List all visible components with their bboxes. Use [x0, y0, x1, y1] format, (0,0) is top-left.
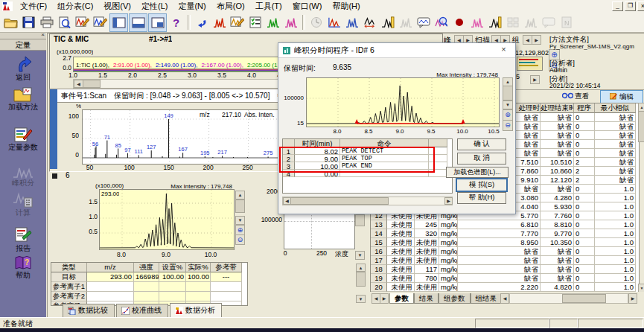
- menu-tools[interactable]: 工具(T): [250, 0, 287, 13]
- results-cell[interactable]: 缺省: [541, 274, 574, 283]
- grid-gray-icon[interactable]: [504, 14, 521, 31]
- menu-view[interactable]: 视图(V): [98, 0, 136, 13]
- hscroll-left-icon[interactable]: ◀: [500, 293, 509, 304]
- results-cell[interactable]: 0: [574, 265, 595, 274]
- results-cell[interactable]: mg/kg: [439, 283, 458, 292]
- ion-cell[interactable]: 目标: [51, 272, 87, 282]
- tab-params[interactable]: 参数: [389, 293, 414, 304]
- results-cell[interactable]: mg/kg: [439, 265, 458, 274]
- yellow-ruler-icon[interactable]: [486, 14, 503, 31]
- compare-peaks-icon[interactable]: [343, 14, 360, 31]
- results-cell[interactable]: 117: [415, 265, 439, 274]
- results-col-header[interactable]: 最小相似: [595, 103, 636, 113]
- minimize-button[interactable]: _: [612, 1, 623, 11]
- sidebar-grip[interactable]: ×: [0, 33, 46, 39]
- dialog-time-cell[interactable]: 8.02: [295, 147, 340, 155]
- ion-cell[interactable]: 100.00: [186, 272, 211, 282]
- results-cell[interactable]: 缺省: [541, 247, 574, 256]
- search-spectrum-icon[interactable]: [433, 14, 450, 31]
- sidebar-item-back[interactable]: 返回: [0, 55, 46, 81]
- results-cell[interactable]: 17: [371, 256, 387, 265]
- ion-col-header[interactable]: 类型: [51, 263, 87, 272]
- results-cell[interactable]: 未使用: [387, 220, 415, 229]
- dialog-extra-cell[interactable]: [429, 147, 447, 155]
- results-cell[interactable]: 1.0: [595, 202, 636, 211]
- results-cell[interactable]: 未使用: [387, 256, 415, 265]
- results-cell[interactable]: 7.760: [541, 211, 574, 220]
- results-cell[interactable]: 780: [415, 274, 439, 283]
- results-cell[interactable]: 0: [574, 229, 595, 238]
- dialog-col-header[interactable]: [429, 139, 447, 147]
- results-cell[interactable]: mg/kg: [439, 238, 458, 247]
- ion-col-header[interactable]: 实际%: [186, 263, 211, 272]
- results-cell[interactable]: 10.350: [541, 238, 574, 247]
- ion-cell[interactable]: 参考离子1: [51, 282, 87, 292]
- chromatogram-red-icon[interactable]: [211, 14, 228, 31]
- results-cell[interactable]: 0: [574, 247, 595, 256]
- batch-clock-icon[interactable]: [307, 14, 325, 31]
- layout-float-icon[interactable]: [148, 13, 167, 32]
- list-scrollbar[interactable]: ▲ ▼: [356, 264, 365, 302]
- dialog-col-header[interactable]: 命令: [340, 139, 429, 147]
- results-cell[interactable]: 0: [574, 256, 595, 265]
- sidebar-item-peak-integration[interactable]: 峰积分: [0, 165, 46, 187]
- dialog-command-cell[interactable]: PEAK END: [340, 162, 429, 170]
- results-cell[interactable]: 缺省: [595, 176, 636, 185]
- results-cell[interactable]: 未使用: [415, 247, 439, 256]
- scroll-down-icon[interactable]: ▼: [355, 251, 365, 260]
- ion-cell[interactable]: [159, 292, 186, 301]
- results-cell[interactable]: 15: [371, 238, 387, 247]
- results-cell[interactable]: 0: [574, 220, 595, 229]
- scroll-down-icon[interactable]: ▼: [503, 100, 513, 109]
- results-cell[interactable]: mg/kg: [439, 256, 458, 265]
- disabled-peaks-icon[interactable]: [397, 14, 414, 31]
- results-cell[interactable]: 12.120: [541, 176, 574, 185]
- results-cell[interactable]: 5.930: [541, 202, 574, 211]
- results-cell[interactable]: 6.810: [458, 220, 541, 229]
- peak-arrows-icon[interactable]: [361, 14, 378, 31]
- peak-scrollbar[interactable]: ▲ ▼ ⊕ ⊖: [235, 191, 245, 249]
- results-cell[interactable]: 缺省: [541, 256, 574, 265]
- ion-cell[interactable]: [186, 282, 211, 292]
- results-cell[interactable]: 0: [574, 113, 595, 122]
- dialog-time-cell[interactable]: 0.00: [295, 170, 340, 177]
- ion-cell[interactable]: ---: [211, 272, 242, 282]
- cancel-button[interactable]: 取 消: [457, 153, 506, 165]
- results-cell[interactable]: 20: [371, 283, 387, 292]
- results-cell[interactable]: 缺省: [541, 140, 574, 149]
- results-cell[interactable]: 0: [574, 274, 595, 283]
- tab-group-results[interactable]: 组结果: [471, 293, 503, 304]
- confirm-button[interactable]: 确 认: [457, 138, 506, 150]
- results-cell[interactable]: 1.0: [595, 247, 636, 256]
- dialog-row-number[interactable]: 4: [283, 170, 295, 177]
- results-cell[interactable]: 缺省: [541, 113, 574, 122]
- results-cell[interactable]: 0: [574, 238, 595, 247]
- results-cell[interactable]: 8.810: [541, 220, 574, 229]
- group-next-icon[interactable]: ▶: [532, 35, 541, 45]
- zoom-out-icon[interactable]: ⊖: [235, 234, 245, 245]
- peak-ruler-icon[interactable]: [379, 14, 396, 31]
- results-cell[interactable]: 1.0: [595, 283, 636, 292]
- results-cell[interactable]: 1.0: [595, 265, 636, 274]
- results-cell[interactable]: 未使用: [387, 247, 415, 256]
- results-cell[interactable]: 0: [574, 211, 595, 220]
- tabs-next-icon[interactable]: ▶: [380, 293, 389, 304]
- results-cell[interactable]: 1.0: [595, 256, 636, 265]
- ion-col-header[interactable]: 设置%: [159, 263, 186, 272]
- print-icon[interactable]: [38, 14, 55, 31]
- results-cell[interactable]: 0: [574, 185, 595, 194]
- sidebar-item-calculate[interactable]: 计算: [0, 192, 46, 217]
- dialog-command-cell[interactable]: PEAK DETECT: [340, 147, 429, 155]
- results-cell[interactable]: 0: [574, 149, 595, 158]
- results-cell[interactable]: 未使用: [415, 256, 439, 265]
- results-col-header[interactable]: 处理结束时: [541, 103, 574, 113]
- results-cell[interactable]: 1.0: [595, 194, 636, 202]
- results-cell[interactable]: 缺省: [541, 185, 574, 194]
- scroll-up-icon[interactable]: ▲: [356, 264, 366, 272]
- menu-file[interactable]: 文件(F): [15, 0, 52, 13]
- dialog-titlebar[interactable]: 峰积分时间程序 - ID# 6 ×: [278, 43, 515, 58]
- results-cell[interactable]: 1.0: [595, 185, 636, 194]
- ion-cell[interactable]: 293.00: [87, 272, 134, 282]
- dialog-h-scrollbar[interactable]: ◀ ▶: [282, 197, 453, 205]
- ion-cell[interactable]: [134, 292, 159, 301]
